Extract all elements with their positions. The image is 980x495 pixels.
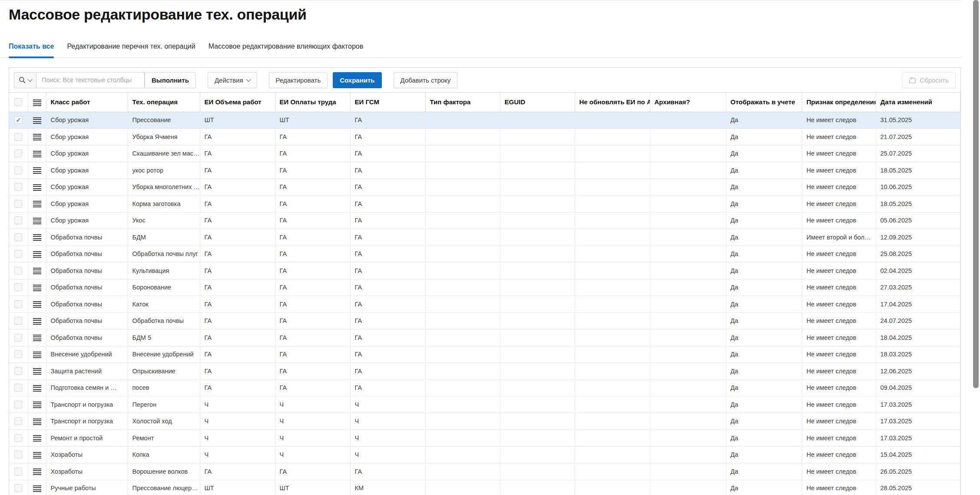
cell[interactable] bbox=[500, 246, 575, 262]
cell[interactable]: Ворошение волков bbox=[128, 463, 200, 480]
cell[interactable]: Ч bbox=[350, 430, 425, 447]
cell[interactable]: ГА bbox=[200, 296, 275, 313]
cell[interactable] bbox=[425, 480, 500, 495]
cell[interactable]: Не имеет следов bbox=[802, 179, 876, 196]
cell[interactable] bbox=[500, 379, 575, 396]
cell[interactable]: Не имеет следов bbox=[802, 446, 876, 463]
cell[interactable]: ГА bbox=[200, 129, 275, 146]
cell[interactable]: Да bbox=[726, 329, 802, 346]
cell[interactable] bbox=[650, 296, 726, 313]
cell[interactable]: Обработка почвы bbox=[46, 296, 128, 313]
cell[interactable]: Сбор урожая bbox=[46, 196, 128, 213]
cell[interactable] bbox=[425, 179, 500, 196]
cell[interactable] bbox=[425, 463, 500, 480]
column-header[interactable]: Не обновлять ЕИ по АР bbox=[575, 93, 650, 112]
cell[interactable] bbox=[575, 480, 650, 495]
cell[interactable] bbox=[575, 246, 650, 262]
cell[interactable]: ГА bbox=[350, 346, 425, 363]
cell[interactable]: ГА bbox=[350, 145, 425, 162]
cell[interactable]: Обработка почвы bbox=[46, 312, 128, 329]
cell[interactable] bbox=[500, 162, 575, 179]
cell[interactable] bbox=[575, 212, 650, 229]
cell[interactable] bbox=[575, 329, 650, 346]
cell[interactable]: Имеет второй и бол… bbox=[802, 229, 876, 246]
cell[interactable]: 26.05.2025 bbox=[876, 463, 960, 480]
cell[interactable]: ГА bbox=[350, 329, 425, 346]
cell[interactable] bbox=[575, 379, 650, 396]
row-menu-button[interactable] bbox=[33, 485, 41, 492]
row-checkbox[interactable] bbox=[14, 451, 22, 458]
cell[interactable]: 09.04.2025 bbox=[876, 379, 960, 396]
row-menu-button[interactable] bbox=[33, 234, 41, 241]
actions-menu-button[interactable]: Действия bbox=[208, 72, 257, 88]
cell[interactable]: ГА bbox=[275, 179, 350, 196]
cell[interactable]: Обработка почвы bbox=[46, 246, 128, 262]
cell[interactable]: ГА bbox=[275, 196, 350, 213]
cell[interactable]: ГА bbox=[200, 346, 275, 363]
edit-button[interactable]: Редактировать bbox=[269, 72, 328, 88]
cell[interactable] bbox=[500, 179, 575, 196]
cell[interactable] bbox=[575, 229, 650, 246]
cell[interactable] bbox=[500, 363, 575, 380]
cell[interactable] bbox=[425, 129, 500, 146]
cell[interactable]: КМ bbox=[350, 480, 425, 495]
row-menu-button[interactable] bbox=[33, 368, 41, 375]
cell[interactable] bbox=[650, 430, 726, 447]
cell[interactable]: ГА bbox=[275, 162, 350, 179]
row-checkbox[interactable] bbox=[14, 417, 22, 425]
cell[interactable]: Обработка почвы bbox=[46, 279, 128, 296]
cell[interactable]: ГА bbox=[200, 212, 275, 229]
cell[interactable] bbox=[425, 379, 500, 396]
cell[interactable] bbox=[650, 246, 726, 262]
cell[interactable]: Культивация bbox=[128, 262, 200, 279]
cell[interactable]: ГА bbox=[275, 145, 350, 162]
cell[interactable]: 15.04.2025 bbox=[876, 446, 960, 463]
cell[interactable]: Не имеет следов bbox=[802, 279, 876, 296]
row-menu-button[interactable] bbox=[33, 201, 41, 207]
cell[interactable] bbox=[575, 446, 650, 463]
cell[interactable]: 31.05.2025 bbox=[876, 112, 960, 129]
cell[interactable] bbox=[650, 145, 726, 162]
cell[interactable] bbox=[500, 296, 575, 313]
cell[interactable]: Не имеет следов bbox=[802, 246, 876, 262]
select-all-checkbox[interactable] bbox=[14, 98, 22, 106]
cell[interactable]: Не имеет следов bbox=[802, 363, 876, 380]
cell[interactable]: Внесение удобрений bbox=[46, 346, 128, 363]
column-header[interactable]: Отображать в учете bbox=[726, 93, 802, 112]
column-header[interactable]: EGUID bbox=[500, 93, 575, 112]
cell[interactable]: 21.07.2025 bbox=[876, 129, 960, 146]
cell[interactable]: Да bbox=[726, 363, 802, 380]
cell[interactable] bbox=[575, 346, 650, 363]
cell[interactable]: Не имеет следов bbox=[802, 212, 876, 229]
column-header[interactable]: ЕИ ГСМ bbox=[350, 93, 425, 112]
cell[interactable]: ГА bbox=[275, 262, 350, 279]
cell[interactable]: Ч bbox=[275, 446, 350, 463]
cell[interactable]: Не имеет следов bbox=[802, 346, 876, 363]
cell[interactable]: Ремонт и простой bbox=[46, 430, 128, 447]
cell[interactable] bbox=[650, 312, 726, 329]
column-header[interactable]: Дата изменений bbox=[876, 93, 960, 112]
cell[interactable]: Ч bbox=[200, 396, 275, 413]
cell[interactable] bbox=[500, 279, 575, 296]
cell[interactable]: ГА bbox=[350, 312, 425, 329]
cell[interactable]: Не имеет следов bbox=[802, 430, 876, 447]
row-menu-button[interactable] bbox=[33, 251, 41, 258]
column-header[interactable]: ЕИ Оплаты труда bbox=[275, 93, 350, 112]
cell[interactable]: БДМ 5 bbox=[128, 329, 200, 346]
cell[interactable]: Обработка почвы bbox=[128, 312, 200, 329]
cell[interactable]: Подготовка семян и … bbox=[46, 379, 128, 396]
cell[interactable]: 05.06.2025 bbox=[876, 212, 960, 229]
cell[interactable]: ГА bbox=[275, 129, 350, 146]
reset-button[interactable]: Сбросить bbox=[902, 72, 956, 88]
cell[interactable]: Ч bbox=[200, 430, 275, 447]
cell[interactable] bbox=[500, 262, 575, 279]
cell[interactable] bbox=[425, 446, 500, 463]
row-menu-button[interactable] bbox=[33, 268, 41, 274]
cell[interactable]: ГА bbox=[350, 229, 425, 246]
cell[interactable]: Да bbox=[726, 229, 802, 246]
cell[interactable]: ГА bbox=[200, 262, 275, 279]
cell[interactable]: ГА bbox=[200, 179, 275, 196]
row-menu-button[interactable] bbox=[33, 468, 41, 475]
cell[interactable]: ГА bbox=[275, 296, 350, 313]
cell[interactable]: ГА bbox=[200, 145, 275, 162]
